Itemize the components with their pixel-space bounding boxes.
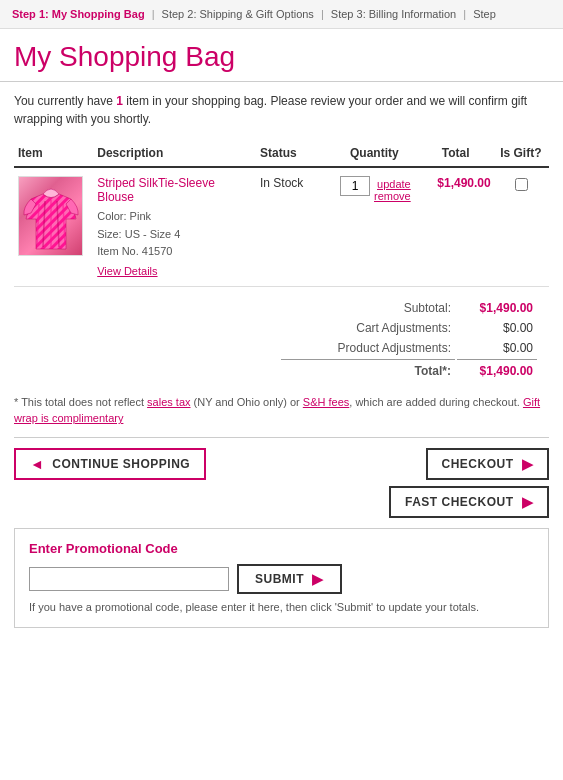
col-header-item: Item [14, 142, 93, 167]
fast-checkout-label: FAST CHECKOUT [405, 495, 514, 509]
submit-arrow-icon: ▶ [312, 571, 324, 587]
qty-inner: update remove [336, 176, 415, 202]
qty-actions: update remove [374, 178, 411, 202]
product-adj-label: Product Adjustments: [281, 339, 455, 357]
promo-hint: If you have a promotional code, please e… [29, 600, 534, 615]
notice: You currently have 1 item in your shoppi… [14, 92, 549, 128]
product-adj-row: Product Adjustments: $0.00 [281, 339, 537, 357]
col-header-quantity: Quantity [332, 142, 419, 167]
checkout-label: CHECKOUT [442, 457, 514, 471]
buttons-area: ◄ CONTINUE SHOPPING CHECKOUT ▶ FAST CHEC… [14, 437, 549, 518]
product-adj-value: $0.00 [457, 339, 537, 357]
table-header-row: Item Description Status Quantity Total I… [14, 142, 549, 167]
fast-checkout-button[interactable]: FAST CHECKOUT ▶ [389, 486, 549, 518]
item-image-cell [14, 167, 93, 286]
notice-prefix: You currently have [14, 94, 116, 108]
item-gift-cell [495, 167, 549, 286]
total-label: Total*: [281, 359, 455, 380]
col-header-status: Status [256, 142, 332, 167]
breadcrumb-step1: Step 1: My Shopping Bag [12, 8, 145, 20]
cart-adj-label: Cart Adjustments: [281, 319, 455, 337]
totals-table: Subtotal: $1,490.00 Cart Adjustments: $0… [279, 297, 539, 382]
total-value: $1,490.00 [457, 359, 537, 380]
product-name-link[interactable]: Striped SilkTie-Sleeve Blouse [97, 176, 215, 204]
item-image-box [18, 176, 83, 256]
cart-adj-row: Cart Adjustments: $0.00 [281, 319, 537, 337]
continue-shopping-label: CONTINUE SHOPPING [52, 457, 190, 471]
breadcrumb-step4: Step [473, 8, 496, 20]
update-link[interactable]: update [377, 178, 411, 190]
breadcrumb-step3: Step 3: Billing Information [331, 8, 456, 20]
cart-table: Item Description Status Quantity Total I… [14, 142, 549, 287]
promo-label: Enter Promotional Code [29, 541, 534, 556]
item-total-price: $1,490.00 [437, 176, 490, 190]
item-size: Size: US - Size 4 [97, 226, 252, 244]
submit-button[interactable]: SUBMIT ▶ [237, 564, 342, 594]
checkout-button[interactable]: CHECKOUT ▶ [426, 448, 550, 480]
buttons-row1: ◄ CONTINUE SHOPPING CHECKOUT ▶ [14, 448, 549, 480]
submit-label: SUBMIT [255, 572, 304, 586]
disclaimer-prefix: * This total does not reflect [14, 396, 147, 408]
promo-row: SUBMIT ▶ [29, 564, 534, 594]
item-color: Color: Pink [97, 208, 252, 226]
page-title-area: My Shopping Bag [0, 29, 563, 82]
promo-hint-text: If you have a promotional code, please e… [29, 601, 479, 613]
total-row: Total*: $1,490.00 [281, 359, 537, 380]
product-image [21, 179, 81, 254]
breadcrumb-step2: Step 2: Shipping & Gift Options [162, 8, 314, 20]
disclaimer-middle2: , which are added during checkout. [349, 396, 523, 408]
continue-arrow-icon: ◄ [30, 456, 44, 472]
subtotal-value: $1,490.00 [457, 299, 537, 317]
buttons-row2: FAST CHECKOUT ▶ [14, 486, 549, 518]
promo-input[interactable] [29, 567, 229, 591]
col-header-total: Total [419, 142, 495, 167]
col-header-gift: Is Gift? [495, 142, 549, 167]
cart-adj-value: $0.00 [457, 319, 537, 337]
remove-link[interactable]: remove [374, 190, 411, 202]
item-description-cell: Striped SilkTie-Sleeve Blouse Color: Pin… [93, 167, 256, 286]
view-details-link[interactable]: View Details [97, 265, 157, 277]
breadcrumb-sep1: | [152, 8, 155, 20]
sales-tax-link[interactable]: sales tax [147, 396, 190, 408]
item-quantity-cell: update remove [332, 167, 419, 286]
breadcrumb: Step 1: My Shopping Bag | Step 2: Shippi… [0, 0, 563, 29]
item-status-cell: In Stock [256, 167, 332, 286]
totals-section: Subtotal: $1,490.00 Cart Adjustments: $0… [14, 297, 549, 382]
disclaimer: * This total does not reflect sales tax … [14, 394, 549, 427]
main-content: You currently have 1 item in your shoppi… [0, 82, 563, 638]
breadcrumb-sep2: | [321, 8, 324, 20]
col-header-description: Description [93, 142, 256, 167]
page-title: My Shopping Bag [14, 41, 549, 73]
item-number: Item No. 41570 [97, 243, 252, 261]
item-meta: Color: Pink Size: US - Size 4 Item No. 4… [97, 208, 252, 261]
notice-count: 1 [116, 94, 123, 108]
item-total-cell: $1,490.00 [419, 167, 495, 286]
sh-fees-link[interactable]: S&H fees [303, 396, 349, 408]
fast-checkout-arrow-icon: ▶ [522, 494, 534, 510]
table-row: Striped SilkTie-Sleeve Blouse Color: Pin… [14, 167, 549, 286]
breadcrumb-sep3: | [463, 8, 466, 20]
promo-section: Enter Promotional Code SUBMIT ▶ If you h… [14, 528, 549, 628]
subtotal-row: Subtotal: $1,490.00 [281, 299, 537, 317]
gift-checkbox[interactable] [515, 178, 528, 191]
checkout-arrow-icon: ▶ [522, 456, 534, 472]
continue-shopping-button[interactable]: ◄ CONTINUE SHOPPING [14, 448, 206, 480]
item-status: In Stock [260, 176, 303, 190]
quantity-input[interactable] [340, 176, 370, 196]
subtotal-label: Subtotal: [281, 299, 455, 317]
disclaimer-middle1: (NY and Ohio only) or [191, 396, 303, 408]
